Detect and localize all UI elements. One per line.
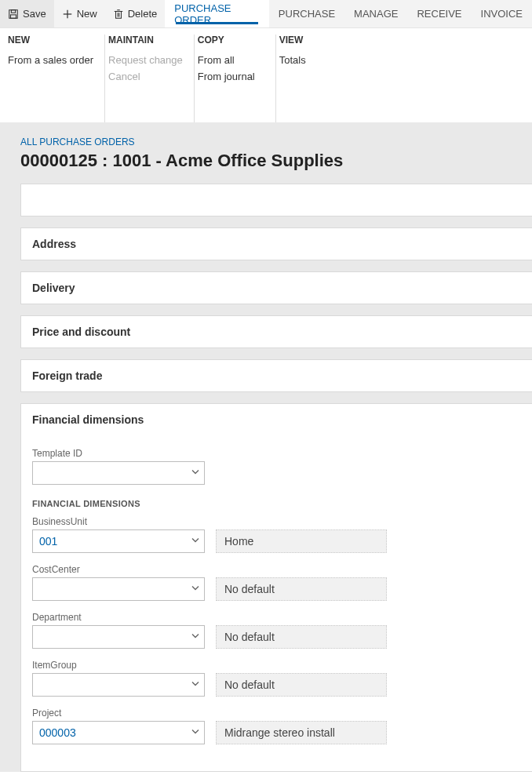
fasttab-price-discount[interactable]: Price and discount: [20, 315, 532, 348]
ribbon-group-maintain: MAINTAIN Request change Cancel: [108, 35, 195, 122]
fasttab-foreign-trade[interactable]: Foreign trade: [20, 359, 532, 392]
fasttab-address[interactable]: Address: [20, 227, 532, 260]
fasttab-blank[interactable]: [20, 184, 532, 216]
delete-label: Delete: [128, 8, 158, 20]
dimension-description: Midrange stereo install: [216, 721, 387, 744]
trash-icon: [113, 9, 124, 20]
template-id-field: Template ID: [32, 448, 521, 485]
ribbon: NEW From a sales order MAINTAIN Request …: [0, 28, 532, 122]
dimension-input[interactable]: [32, 673, 205, 697]
ribbon-group-view-header: VIEW: [279, 35, 347, 45]
dimension-input[interactable]: [32, 721, 205, 744]
ribbon-from-all[interactable]: From all: [198, 52, 264, 68]
dimension-row: DepartmentNo default: [32, 612, 521, 649]
svg-rect-2: [11, 14, 16, 17]
ribbon-group-new-header: NEW: [8, 35, 93, 45]
template-id-input[interactable]: [32, 461, 205, 485]
action-toolbar: Save New Delete PURCHASE ORDER PURCHASE …: [0, 0, 532, 28]
dimension-select[interactable]: [32, 577, 205, 601]
financial-dimensions-subheading: FINANCIAL DIMENSIONS: [32, 499, 521, 508]
dimension-select[interactable]: [32, 721, 205, 744]
dimension-description: No default: [216, 577, 387, 601]
ribbon-group-maintain-header: MAINTAIN: [108, 35, 183, 45]
ribbon-request-change: Request change: [108, 52, 183, 68]
ribbon-group-new: NEW From a sales order: [8, 35, 105, 122]
dimension-select[interactable]: [32, 529, 205, 553]
new-button[interactable]: New: [54, 0, 105, 27]
save-button[interactable]: Save: [0, 0, 54, 27]
ribbon-group-copy: COPY From all From journal: [198, 35, 276, 122]
tab-purchase[interactable]: PURCHASE: [269, 0, 344, 27]
dimension-row: ItemGroupNo default: [32, 660, 521, 697]
page-title: 00000125 : 1001 - Acme Office Supplies: [0, 151, 532, 184]
save-icon: [8, 9, 19, 20]
new-label: New: [77, 8, 97, 20]
page-body: ALL PURCHASE ORDERS 00000125 : 1001 - Ac…: [0, 122, 532, 772]
save-label: Save: [23, 8, 46, 20]
dimension-label: Department: [32, 612, 521, 623]
tab-manage[interactable]: MANAGE: [344, 0, 407, 27]
tab-receive[interactable]: RECEIVE: [407, 0, 471, 27]
tab-invoice[interactable]: INVOICE: [472, 0, 532, 27]
ribbon-totals[interactable]: Totals: [279, 52, 347, 68]
dimension-select[interactable]: [32, 673, 205, 697]
form-area: Address Delivery Price and discount Fore…: [0, 184, 532, 772]
dimension-input[interactable]: [32, 529, 205, 553]
financial-dimensions-body: Template ID FINANCIAL DIMENSIONS Busines…: [20, 435, 532, 772]
svg-rect-5: [115, 11, 121, 18]
breadcrumb[interactable]: ALL PURCHASE ORDERS: [0, 136, 532, 151]
plus-icon: [62, 9, 73, 20]
dimension-label: ItemGroup: [32, 660, 521, 671]
template-id-select[interactable]: [32, 461, 205, 485]
dimension-input[interactable]: [32, 625, 205, 649]
dimension-select[interactable]: [32, 625, 205, 649]
ribbon-group-view: VIEW Totals: [279, 35, 358, 122]
ribbon-from-sales-order[interactable]: From a sales order: [8, 52, 93, 68]
dimension-description: No default: [216, 625, 387, 649]
dimension-input[interactable]: [32, 577, 205, 601]
dimension-row: BusinessUnitHome: [32, 516, 521, 553]
ribbon-from-journal[interactable]: From journal: [198, 68, 264, 85]
dimension-row: CostCenterNo default: [32, 564, 521, 601]
dimension-description: No default: [216, 673, 387, 697]
dimension-label: CostCenter: [32, 564, 521, 575]
dimension-row: ProjectMidrange stereo install: [32, 708, 521, 744]
dimension-description: Home: [216, 529, 387, 553]
delete-button[interactable]: Delete: [105, 0, 166, 27]
ribbon-group-copy-header: COPY: [198, 35, 264, 45]
svg-rect-1: [11, 9, 15, 13]
ribbon-cancel: Cancel: [108, 68, 183, 85]
tab-purchase-order[interactable]: PURCHASE ORDER: [165, 0, 269, 27]
fasttab-financial-dimensions[interactable]: Financial dimensions: [20, 403, 532, 435]
dimension-label: Project: [32, 708, 521, 719]
dimension-label: BusinessUnit: [32, 516, 521, 527]
template-id-label: Template ID: [32, 448, 521, 459]
fasttab-delivery[interactable]: Delivery: [20, 271, 532, 304]
